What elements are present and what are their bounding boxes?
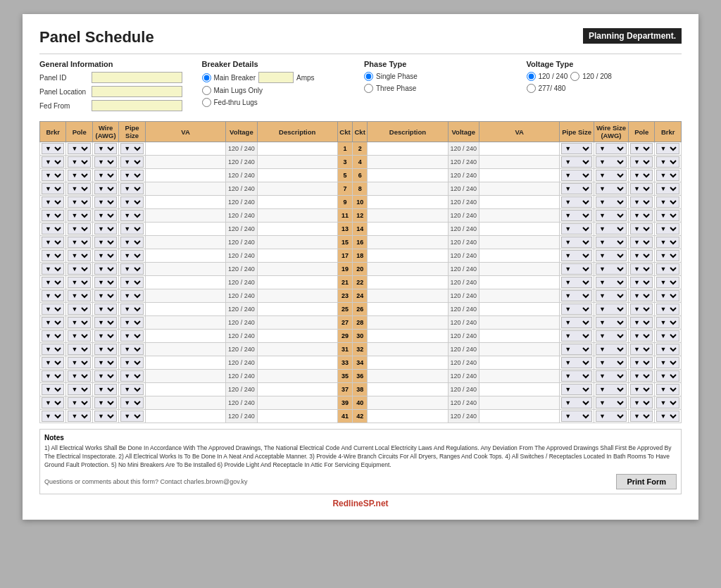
desc-right-5-input[interactable] bbox=[369, 211, 446, 220]
pole-left-5-select[interactable]: ▼ bbox=[68, 210, 90, 221]
brkr-left-2[interactable]: ▼ bbox=[40, 169, 66, 182]
brkr-right-18-select[interactable]: ▼ bbox=[656, 384, 679, 395]
pole-right-0[interactable]: ▼ bbox=[629, 142, 655, 156]
pipe-left-16-select[interactable]: ▼ bbox=[120, 357, 143, 368]
desc-right-12[interactable] bbox=[368, 303, 448, 316]
pole-right-19-select[interactable]: ▼ bbox=[630, 397, 653, 408]
pole-right-7[interactable]: ▼ bbox=[629, 236, 655, 249]
pole-left-9-select[interactable]: ▼ bbox=[68, 263, 90, 275]
brkr-left-7-select[interactable]: ▼ bbox=[42, 237, 64, 248]
pole-left-10[interactable]: ▼ bbox=[66, 276, 92, 289]
pole-right-15[interactable]: ▼ bbox=[629, 343, 655, 356]
pole-right-20[interactable]: ▼ bbox=[629, 410, 655, 423]
desc-right-19[interactable] bbox=[368, 396, 448, 410]
pole-left-6-select[interactable]: ▼ bbox=[68, 223, 90, 234]
va-right-15-input[interactable] bbox=[481, 344, 558, 354]
wire-right-20-select[interactable]: ▼ bbox=[596, 411, 627, 422]
va-right-18-input[interactable] bbox=[481, 384, 558, 394]
pipe-left-6-select[interactable]: ▼ bbox=[120, 223, 143, 234]
panel-location-input[interactable] bbox=[92, 86, 182, 97]
pipe-left-18[interactable]: ▼ bbox=[119, 383, 145, 396]
pipe-right-0-select[interactable]: ▼ bbox=[561, 143, 592, 154]
brkr-left-19-select[interactable]: ▼ bbox=[42, 397, 64, 408]
va-right-20[interactable] bbox=[479, 410, 559, 423]
wire-right-16-select[interactable]: ▼ bbox=[596, 357, 627, 368]
va-left-19-input[interactable] bbox=[147, 398, 224, 408]
brkr-right-20[interactable]: ▼ bbox=[655, 410, 682, 423]
desc-right-17-input[interactable] bbox=[369, 371, 446, 381]
desc-right-18[interactable] bbox=[368, 383, 448, 396]
va-right-15[interactable] bbox=[479, 343, 559, 356]
pole-left-19-select[interactable]: ▼ bbox=[68, 397, 90, 408]
pole-left-9[interactable]: ▼ bbox=[66, 263, 92, 276]
brkr-right-3[interactable]: ▼ bbox=[655, 182, 682, 196]
pipe-right-19[interactable]: ▼ bbox=[560, 396, 594, 410]
wire-left-3-select[interactable]: ▼ bbox=[94, 183, 117, 194]
va-right-1-input[interactable] bbox=[481, 157, 558, 167]
pipe-left-14[interactable]: ▼ bbox=[119, 330, 145, 343]
wire-left-15-select[interactable]: ▼ bbox=[94, 344, 117, 355]
brkr-left-11[interactable]: ▼ bbox=[40, 289, 66, 303]
pipe-left-2[interactable]: ▼ bbox=[119, 169, 145, 182]
pole-right-7-select[interactable]: ▼ bbox=[630, 237, 653, 248]
pole-left-16[interactable]: ▼ bbox=[66, 356, 92, 370]
wire-right-17[interactable]: ▼ bbox=[594, 370, 628, 383]
va-right-13-input[interactable] bbox=[481, 318, 558, 327]
brkr-left-16[interactable]: ▼ bbox=[40, 356, 66, 370]
pipe-right-2-select[interactable]: ▼ bbox=[561, 170, 592, 181]
pole-right-5-select[interactable]: ▼ bbox=[630, 210, 653, 221]
wire-right-2-select[interactable]: ▼ bbox=[596, 170, 627, 181]
wire-left-3[interactable]: ▼ bbox=[92, 182, 118, 196]
brkr-left-14-select[interactable]: ▼ bbox=[42, 330, 64, 342]
pole-right-12-select[interactable]: ▼ bbox=[630, 304, 653, 315]
brkr-left-5[interactable]: ▼ bbox=[40, 209, 66, 223]
pipe-right-13-select[interactable]: ▼ bbox=[561, 317, 592, 328]
pipe-right-1-select[interactable]: ▼ bbox=[561, 156, 592, 168]
pole-right-12[interactable]: ▼ bbox=[629, 303, 655, 316]
pipe-left-0[interactable]: ▼ bbox=[119, 142, 145, 156]
wire-right-19-select[interactable]: ▼ bbox=[596, 397, 627, 408]
pipe-right-7-select[interactable]: ▼ bbox=[561, 237, 592, 248]
va-left-15[interactable] bbox=[145, 343, 225, 356]
desc-left-15[interactable] bbox=[257, 343, 337, 356]
pipe-left-15-select[interactable]: ▼ bbox=[120, 344, 143, 355]
print-button[interactable]: Print Form bbox=[616, 474, 677, 489]
va-right-0[interactable] bbox=[479, 142, 559, 156]
va-left-3[interactable] bbox=[145, 182, 225, 196]
desc-right-7-input[interactable] bbox=[369, 237, 446, 247]
brkr-left-19[interactable]: ▼ bbox=[40, 396, 66, 410]
pole-right-9-select[interactable]: ▼ bbox=[630, 263, 653, 275]
pole-left-20[interactable]: ▼ bbox=[66, 410, 92, 423]
pipe-left-13[interactable]: ▼ bbox=[119, 316, 145, 330]
desc-left-6[interactable] bbox=[257, 223, 337, 236]
brkr-left-17[interactable]: ▼ bbox=[40, 370, 66, 383]
va-right-14[interactable] bbox=[479, 330, 559, 343]
wire-left-8-select[interactable]: ▼ bbox=[94, 250, 117, 261]
pipe-right-18[interactable]: ▼ bbox=[560, 383, 594, 396]
pipe-right-10-select[interactable]: ▼ bbox=[561, 277, 592, 288]
va-right-4-input[interactable] bbox=[481, 197, 558, 207]
va-right-12[interactable] bbox=[479, 303, 559, 316]
pole-left-12-select[interactable]: ▼ bbox=[68, 304, 90, 315]
pole-left-20-select[interactable]: ▼ bbox=[68, 411, 90, 422]
pipe-left-5-select[interactable]: ▼ bbox=[120, 210, 143, 221]
desc-left-20-input[interactable] bbox=[259, 411, 336, 421]
pole-right-8[interactable]: ▼ bbox=[629, 249, 655, 263]
desc-right-7[interactable] bbox=[368, 236, 448, 249]
desc-right-4-input[interactable] bbox=[369, 197, 446, 207]
brkr-right-5-select[interactable]: ▼ bbox=[656, 210, 679, 221]
wire-right-18[interactable]: ▼ bbox=[594, 383, 628, 396]
va-left-14-input[interactable] bbox=[147, 331, 224, 341]
pipe-right-18-select[interactable]: ▼ bbox=[561, 384, 592, 395]
wire-right-4-select[interactable]: ▼ bbox=[596, 196, 627, 208]
desc-left-8-input[interactable] bbox=[259, 251, 336, 261]
pipe-left-9-select[interactable]: ▼ bbox=[120, 263, 143, 275]
va-left-2[interactable] bbox=[145, 169, 225, 182]
va-right-16-input[interactable] bbox=[481, 358, 558, 368]
va-left-20-input[interactable] bbox=[147, 411, 224, 421]
desc-right-2-input[interactable] bbox=[369, 170, 446, 180]
desc-left-7[interactable] bbox=[257, 236, 337, 249]
pole-right-14[interactable]: ▼ bbox=[629, 330, 655, 343]
brkr-left-0[interactable]: ▼ bbox=[40, 142, 66, 156]
desc-right-15[interactable] bbox=[368, 343, 448, 356]
